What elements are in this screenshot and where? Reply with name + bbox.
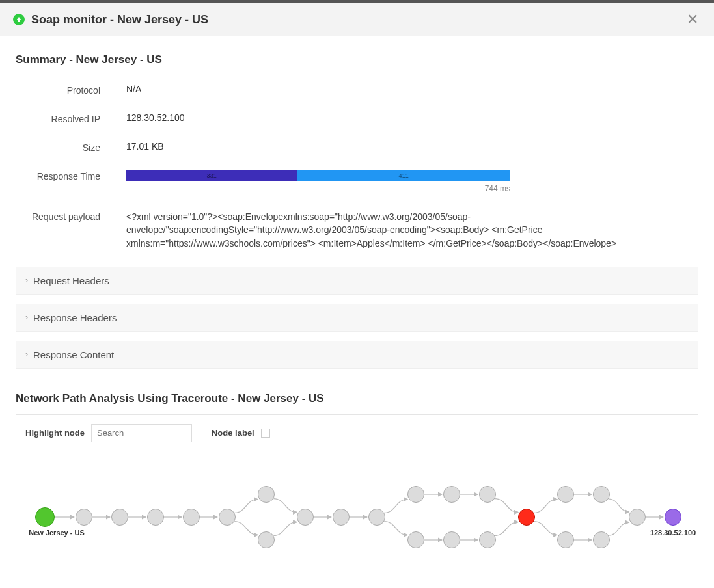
trace-node[interactable]	[297, 509, 314, 526]
close-icon[interactable]: ✕	[684, 12, 701, 27]
chevron-right-icon: ›	[25, 350, 28, 359]
trace-node[interactable]	[479, 531, 496, 548]
trace-node[interactable]	[111, 509, 128, 526]
trace-node[interactable]	[593, 531, 610, 548]
highlight-node-label: Highlight node	[25, 428, 85, 438]
trace-node[interactable]	[557, 486, 574, 503]
summary-section-title: Summary - New Jersey - US	[16, 53, 698, 72]
chevron-right-icon: ›	[25, 313, 28, 322]
summary-value: N/A	[126, 84, 698, 94]
trace-node[interactable]	[258, 531, 275, 548]
network-section-title: Network Path Analysis Using Traceroute -…	[16, 392, 698, 405]
trace-src-label: New Jersey - US	[29, 529, 85, 537]
summary-label: Size	[16, 141, 126, 153]
summary-row-size: Size 17.01 KB	[16, 141, 698, 153]
summary-row-resolved-ip: Resolved IP 128.30.52.100	[16, 113, 698, 124]
trace-node[interactable]	[333, 509, 350, 526]
network-panel: Highlight node Node label New Jersey - U…	[16, 414, 698, 588]
accordion-request-headers[interactable]: ›Request Headers	[16, 267, 698, 295]
node-label-checkbox[interactable]	[261, 429, 270, 438]
trace-node-dst[interactable]	[665, 509, 681, 526]
trace-dst-label: 128.30.52.100	[650, 529, 696, 537]
response-time-segment: 331	[126, 170, 297, 181]
status-up-icon	[13, 14, 25, 25]
chevron-right-icon: ›	[25, 276, 28, 285]
response-time-bar: 331411	[126, 170, 510, 181]
summary-value: 17.01 KB	[126, 141, 698, 152]
summary-label: Response Time	[16, 170, 126, 181]
trace-node[interactable]	[258, 486, 275, 503]
summary-label: Resolved IP	[16, 113, 126, 124]
traceroute-graph[interactable]: New Jersey - US128.30.52.100	[25, 462, 689, 572]
summary-label: Protocol	[16, 84, 126, 96]
accordion-title: Response Headers	[33, 312, 117, 323]
accordion-title: Request Headers	[33, 275, 109, 286]
trace-node[interactable]	[479, 486, 496, 503]
summary-row-protocol: Protocol N/A	[16, 84, 698, 96]
modal-title: Soap monitor - New Jersey - US	[31, 13, 208, 27]
summary-row-response-time: Response Time 331411 744 ms	[16, 170, 698, 193]
trace-node[interactable]	[368, 509, 385, 526]
trace-node[interactable]	[443, 531, 460, 548]
node-label-toggle-label: Node label	[212, 428, 254, 438]
accordion-title: Response Content	[33, 349, 114, 360]
response-time-segment: 411	[297, 170, 510, 181]
trace-node[interactable]	[407, 531, 424, 548]
trace-node-err[interactable]	[518, 509, 535, 526]
highlight-node-search-input[interactable]	[91, 424, 192, 442]
request-payload-text: <?xml version="1.0"?><soap:Envelopexmlns…	[126, 210, 647, 250]
trace-node[interactable]	[593, 486, 610, 503]
accordion-response-headers[interactable]: ›Response Headers	[16, 304, 698, 332]
summary-value: 128.30.52.100	[126, 113, 698, 123]
trace-node[interactable]	[407, 486, 424, 503]
trace-node[interactable]	[557, 531, 574, 548]
summary-row-request-payload: Request payload <?xml version="1.0"?><so…	[16, 210, 698, 250]
trace-node-src[interactable]	[35, 507, 55, 527]
trace-node[interactable]	[183, 509, 200, 526]
trace-node[interactable]	[219, 509, 236, 526]
summary-label: Request payload	[16, 210, 126, 222]
response-time-total: 744 ms	[126, 184, 510, 193]
modal-header: Soap monitor - New Jersey - US ✕	[0, 3, 714, 36]
trace-node[interactable]	[443, 486, 460, 503]
trace-node[interactable]	[76, 509, 92, 526]
trace-node[interactable]	[147, 509, 164, 526]
trace-node[interactable]	[629, 509, 646, 526]
accordion-response-content[interactable]: ›Response Content	[16, 341, 698, 369]
